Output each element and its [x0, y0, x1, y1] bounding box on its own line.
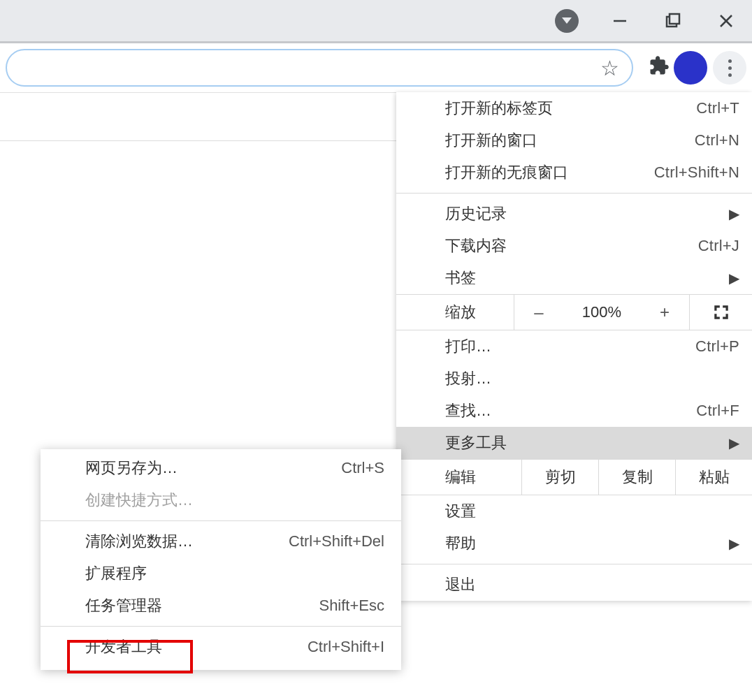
menu-history[interactable]: 历史记录▶	[396, 198, 752, 230]
menu-edit: 编辑 剪切 复制 粘贴	[396, 459, 752, 495]
more-tools-submenu: 网页另存为…Ctrl+S 创建快捷方式… 清除浏览数据…Ctrl+Shift+D…	[41, 449, 401, 670]
page-content: 打开新的标签页Ctrl+T 打开新的窗口Ctrl+N 打开新的无痕窗口Ctrl+…	[0, 93, 752, 700]
menu-downloads[interactable]: 下载内容Ctrl+J	[396, 230, 752, 262]
page-divider	[0, 140, 396, 141]
chrome-menu-button[interactable]	[713, 51, 746, 85]
minimize-icon	[611, 12, 629, 30]
submenu-separator	[41, 626, 401, 627]
address-bar: ☆	[0, 43, 752, 93]
chrome-main-menu: 打开新的标签页Ctrl+T 打开新的窗口Ctrl+N 打开新的无痕窗口Ctrl+…	[396, 92, 752, 601]
window-titlebar	[0, 0, 752, 43]
fullscreen-icon	[712, 303, 730, 321]
minimize-button[interactable]	[608, 9, 632, 33]
profile-avatar[interactable]	[674, 51, 707, 85]
menu-help[interactable]: 帮助▶	[396, 527, 752, 560]
menu-bookmarks[interactable]: 书签▶	[396, 262, 752, 294]
dropdown-circle-icon	[555, 9, 579, 33]
tab-search-button[interactable]	[555, 9, 579, 33]
menu-print[interactable]: 打印…Ctrl+P	[396, 330, 752, 363]
close-icon	[717, 12, 735, 30]
edit-copy[interactable]: 复制	[599, 460, 676, 495]
maximize-button[interactable]	[661, 9, 685, 33]
menu-cast[interactable]: 投射…	[396, 363, 752, 395]
zoom-in-button[interactable]: +	[640, 302, 689, 322]
edit-cut[interactable]: 剪切	[522, 460, 599, 495]
url-input[interactable]: ☆	[6, 49, 633, 87]
edit-label: 编辑	[396, 460, 522, 495]
chevron-right-icon: ▶	[729, 205, 739, 222]
menu-zoom: 缩放 – 100% +	[396, 294, 752, 330]
fullscreen-button[interactable]	[689, 295, 752, 330]
submenu-clear-data[interactable]: 清除浏览数据…Ctrl+Shift+Del	[41, 525, 401, 557]
submenu-create-shortcut: 创建快捷方式…	[41, 484, 401, 516]
submenu-extensions[interactable]: 扩展程序	[41, 557, 401, 590]
svg-rect-2	[670, 14, 679, 24]
menu-new-tab[interactable]: 打开新的标签页Ctrl+T	[396, 92, 752, 124]
menu-find[interactable]: 查找…Ctrl+F	[396, 395, 752, 427]
chevron-right-icon: ▶	[729, 270, 739, 286]
menu-separator	[396, 193, 752, 194]
menu-more-tools[interactable]: 更多工具▶	[396, 427, 752, 459]
submenu-task-manager[interactable]: 任务管理器Shift+Esc	[41, 590, 401, 622]
zoom-label: 缩放	[396, 295, 514, 330]
zoom-out-button[interactable]: –	[514, 302, 563, 322]
zoom-value: 100%	[563, 303, 640, 321]
menu-separator	[396, 564, 752, 564]
chevron-right-icon: ▶	[729, 435, 739, 451]
maximize-icon	[664, 12, 682, 30]
submenu-separator	[41, 520, 401, 521]
close-button[interactable]	[714, 9, 738, 33]
menu-exit[interactable]: 退出	[396, 569, 752, 601]
chevron-right-icon: ▶	[729, 535, 739, 552]
submenu-save-as[interactable]: 网页另存为…Ctrl+S	[41, 452, 401, 484]
menu-new-incognito[interactable]: 打开新的无痕窗口Ctrl+Shift+N	[396, 156, 752, 189]
menu-new-window[interactable]: 打开新的窗口Ctrl+N	[396, 124, 752, 156]
submenu-devtools[interactable]: 开发者工具Ctrl+Shift+I	[41, 631, 401, 663]
bookmark-star-icon[interactable]: ☆	[600, 56, 619, 80]
edit-paste[interactable]: 粘贴	[676, 460, 752, 495]
menu-settings[interactable]: 设置	[396, 495, 752, 527]
triangle-down-icon	[562, 17, 572, 24]
extensions-icon[interactable]	[649, 55, 670, 81]
